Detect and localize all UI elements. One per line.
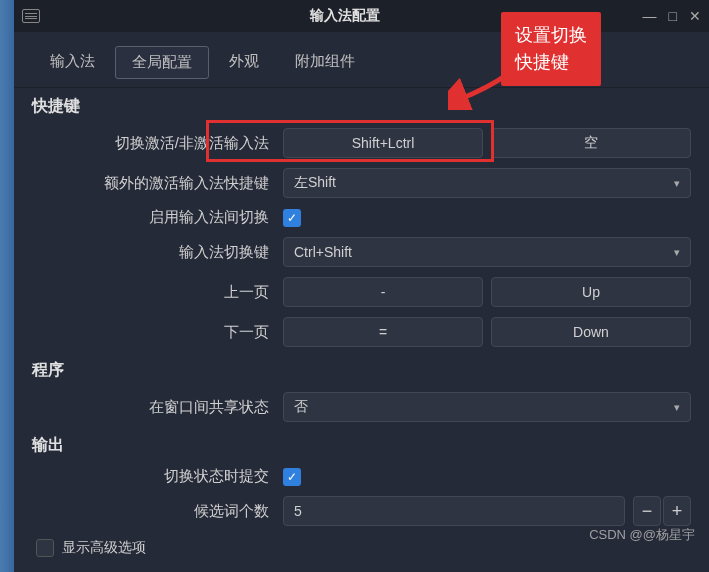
candidate-count-increase-button[interactable]: + <box>663 496 691 526</box>
tab-bar: 输入法 全局配置 外观 附加组件 <box>14 32 709 88</box>
prev-page-key1-button[interactable]: - <box>283 277 483 307</box>
next-page-key1-button[interactable]: = <box>283 317 483 347</box>
switch-key-label: 输入法切换键 <box>32 243 277 262</box>
prev-page-key2-button[interactable]: Up <box>491 277 691 307</box>
show-advanced-checkbox[interactable] <box>36 539 54 557</box>
section-output-title: 输出 <box>14 427 709 462</box>
titlebar: 输入法配置 — □ ✕ <box>14 0 709 32</box>
toggle-activate-key2-button[interactable]: 空 <box>491 128 691 158</box>
share-state-label: 在窗口间共享状态 <box>32 398 277 417</box>
candidate-count-decrease-button[interactable]: − <box>633 496 661 526</box>
close-button[interactable]: ✕ <box>689 8 701 24</box>
tab-addons[interactable]: 附加组件 <box>279 46 371 79</box>
candidate-count-input[interactable]: 5 <box>283 496 625 526</box>
next-page-key2-button[interactable]: Down <box>491 317 691 347</box>
tab-input-method[interactable]: 输入法 <box>34 46 111 79</box>
annotation-callout: 设置切换 快捷键 <box>501 12 601 86</box>
candidate-count-label: 候选词个数 <box>32 502 277 521</box>
extra-activate-label: 额外的激活输入法快捷键 <box>32 174 277 193</box>
maximize-button[interactable]: □ <box>669 8 677 24</box>
section-program-title: 程序 <box>14 352 709 387</box>
extra-activate-dropdown[interactable]: 左Shift <box>283 168 691 198</box>
config-window: 输入法配置 — □ ✕ 输入法 全局配置 外观 附加组件 快捷键 切换激活/非激… <box>14 0 709 572</box>
tab-global-config[interactable]: 全局配置 <box>115 46 209 79</box>
share-state-dropdown[interactable]: 否 <box>283 392 691 422</box>
commit-on-switch-checkbox[interactable]: ✓ <box>283 468 301 486</box>
prev-page-label: 上一页 <box>32 283 277 302</box>
toggle-activate-key1-button[interactable]: Shift+Lctrl <box>283 128 483 158</box>
next-page-label: 下一页 <box>32 323 277 342</box>
show-advanced-label: 显示高级选项 <box>62 539 146 557</box>
toggle-activate-label: 切换激活/非激活输入法 <box>32 134 277 153</box>
switch-key-dropdown[interactable]: Ctrl+Shift <box>283 237 691 267</box>
watermark: CSDN @@杨星宇 <box>589 526 695 544</box>
section-hotkey-title: 快捷键 <box>14 88 709 123</box>
minimize-button[interactable]: — <box>643 8 657 24</box>
commit-on-switch-label: 切换状态时提交 <box>32 467 277 486</box>
app-icon <box>22 9 40 23</box>
enable-switch-label: 启用输入法间切换 <box>32 208 277 227</box>
enable-switch-checkbox[interactable]: ✓ <box>283 209 301 227</box>
tab-appearance[interactable]: 外观 <box>213 46 275 79</box>
